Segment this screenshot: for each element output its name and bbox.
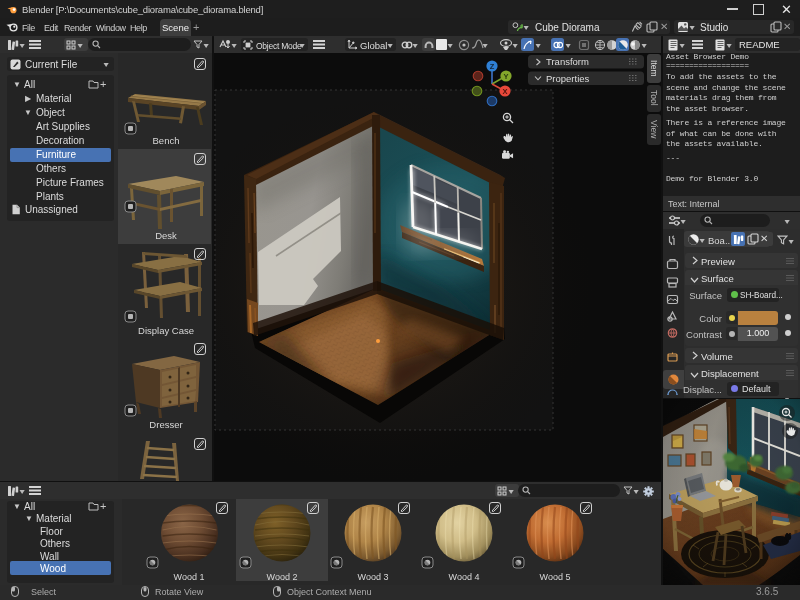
svg-text:Z: Z (490, 62, 495, 71)
svg-text:Y: Y (503, 72, 508, 81)
svg-text:Transform: Transform (546, 56, 589, 67)
svg-text:Properties: Properties (546, 73, 590, 84)
svg-text:X: X (502, 87, 507, 96)
